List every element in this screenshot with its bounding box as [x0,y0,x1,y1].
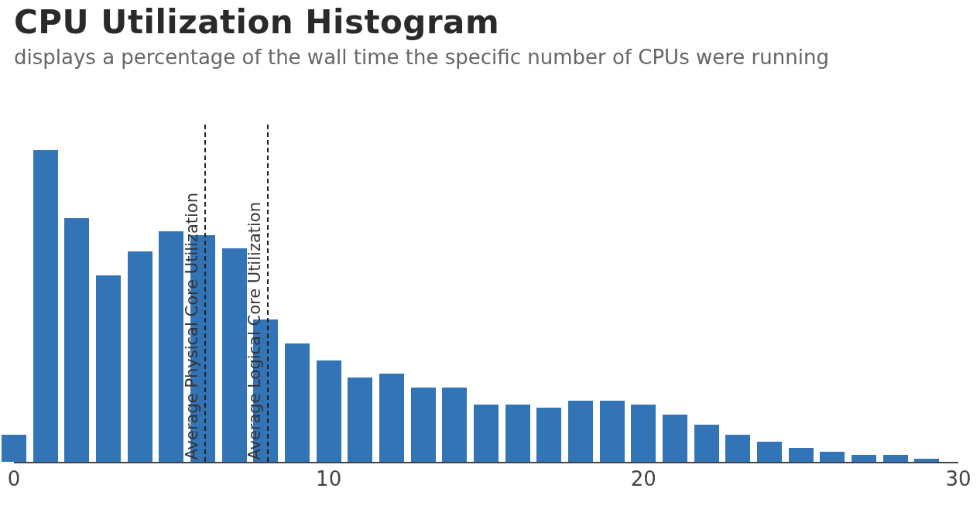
histogram-bar [600,401,625,462]
x-axis-ticks: 0102030 [14,467,958,498]
histogram-bar [2,435,26,462]
x-axis-line [14,462,958,463]
x-tick-label: 20 [631,467,656,490]
histogram-bar [757,442,782,462]
histogram-bar [317,360,341,462]
chart-subtitle: displays a percentage of the wall time t… [14,46,966,69]
reference-line [267,125,269,462]
histogram-plot: Average Physical Core UtilizationAverage… [14,123,958,463]
histogram-bar [852,455,876,462]
x-tick-label: 30 [945,467,971,490]
histogram-bar [474,405,499,462]
x-tick-label: 10 [316,467,341,490]
histogram-bar [883,455,908,462]
histogram-bar [725,435,750,462]
chart-title: CPU Utilization Histogram [14,3,966,41]
histogram-bar [128,251,152,462]
histogram-bar [505,405,530,462]
histogram-bar [820,452,845,462]
histogram-bar [96,275,121,462]
reference-line-label: Average Logical Core Utilization [245,202,264,460]
histogram-bar [568,401,593,462]
reference-line-label: Average Physical Core Utilization [183,193,201,460]
histogram-bar [348,377,372,463]
histogram-bar [64,218,89,462]
histogram-bar [411,388,436,462]
histogram-bar [285,343,310,462]
histogram-bar [694,425,719,462]
histogram-bar [536,408,561,462]
histogram-bar [631,405,656,462]
x-tick-label: 0 [8,467,21,490]
histogram-bar [33,150,58,462]
reference-line [204,125,206,462]
histogram-bar [222,248,247,462]
histogram-bars [14,123,958,462]
histogram-bar [159,231,183,462]
histogram-bar [379,374,404,462]
histogram-bar [789,448,814,462]
histogram-bar [663,415,687,462]
histogram-bar [442,388,467,462]
